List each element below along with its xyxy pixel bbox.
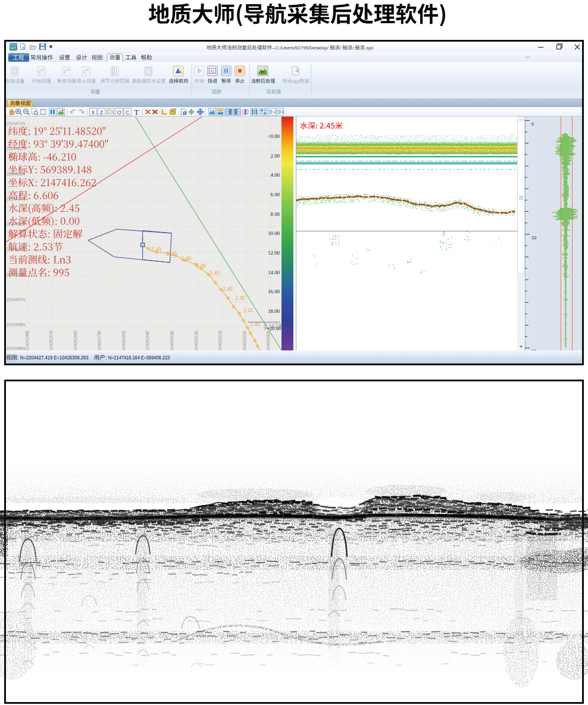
svg-text:0: 0 bbox=[531, 121, 534, 127]
svg-text:18.00: 18.00 bbox=[268, 308, 280, 314]
svg-text:x1: x1 bbox=[210, 69, 215, 73]
svg-text:2.40: 2.40 bbox=[196, 263, 206, 269]
svg-text:: N=2204427.419 E=10426309.263: : N=2204427.419 E=10426309.263 bbox=[18, 355, 89, 361]
svg-text:10426275E: 10426275E bbox=[96, 330, 102, 350]
svg-text:/: / bbox=[352, 45, 354, 51]
svg-text:O: O bbox=[117, 109, 121, 115]
svg-text:2.40: 2.40 bbox=[167, 251, 177, 257]
svg-text:2.40: 2.40 bbox=[235, 295, 245, 301]
svg-text:/: / bbox=[340, 45, 342, 51]
svg-text:.spc: .spc bbox=[365, 45, 374, 51]
svg-text:10426257E: 10426257E bbox=[48, 330, 54, 350]
svg-text:2204407N: 2204407N bbox=[7, 297, 26, 302]
svg-text:2204471N: 2204471N bbox=[7, 121, 26, 126]
svg-text:16.00: 16.00 bbox=[268, 289, 280, 294]
svg-text:10426266E: 10426266E bbox=[73, 330, 78, 350]
svg-text:1: 1 bbox=[141, 236, 144, 242]
svg-text:10426331E: 10426331E bbox=[242, 330, 247, 350]
svg-text:6.00: 6.00 bbox=[271, 192, 280, 198]
svg-text:2.00: 2.00 bbox=[271, 153, 280, 159]
svg-text:2.40: 2.40 bbox=[223, 286, 233, 292]
svg-text:2204462N: 2204462N bbox=[7, 146, 26, 151]
svg-text:--C:/Users/52795/Desktop/: --C:/Users/52795/Desktop/ bbox=[272, 45, 329, 51]
svg-text:2.45: 2.45 bbox=[243, 308, 254, 314]
svg-text:2.40: 2.40 bbox=[151, 246, 161, 252]
svg-text:C: C bbox=[126, 109, 130, 115]
svg-text:14.00: 14.00 bbox=[268, 270, 280, 275]
svg-text:T: T bbox=[135, 108, 139, 117]
svg-text:2.40: 2.40 bbox=[181, 256, 191, 262]
svg-text:12.00: 12.00 bbox=[268, 250, 280, 256]
svg-text:2204388N: 2204388N bbox=[7, 346, 26, 351]
svg-text:4.00: 4.00 bbox=[271, 172, 280, 178]
svg-text:10426294E: 10426294E bbox=[145, 330, 150, 350]
svg-text:2.40: 2.40 bbox=[209, 270, 220, 276]
svg-text:10426248E: 10426248E bbox=[24, 330, 30, 350]
svg-text:2204453N: 2204453N bbox=[7, 171, 26, 177]
svg-text:10: 10 bbox=[531, 235, 536, 240]
svg-text:8.00: 8.00 bbox=[271, 211, 280, 217]
svg-text:>=20.00: >=20.00 bbox=[264, 325, 281, 331]
svg-text:2204444N: 2204444N bbox=[7, 196, 26, 202]
svg-text:10426303E: 10426303E bbox=[169, 330, 174, 350]
svg-text:2204398N: 2204398N bbox=[7, 322, 26, 327]
svg-text:X: X bbox=[91, 109, 95, 115]
svg-text:10426285E: 10426285E bbox=[121, 330, 126, 350]
svg-text:10426312E: 10426312E bbox=[193, 330, 199, 350]
svg-text:10.00: 10.00 bbox=[268, 230, 280, 236]
svg-text:10426340E: 10426340E bbox=[265, 330, 271, 350]
svg-text:: N=2147416.164 E=569406.223: : N=2147416.164 E=569406.223 bbox=[106, 355, 170, 361]
svg-text:<0.00: <0.00 bbox=[268, 133, 280, 139]
svg-text:10426321E: 10426321E bbox=[217, 330, 223, 350]
svg-text:Z: Z bbox=[100, 109, 104, 115]
